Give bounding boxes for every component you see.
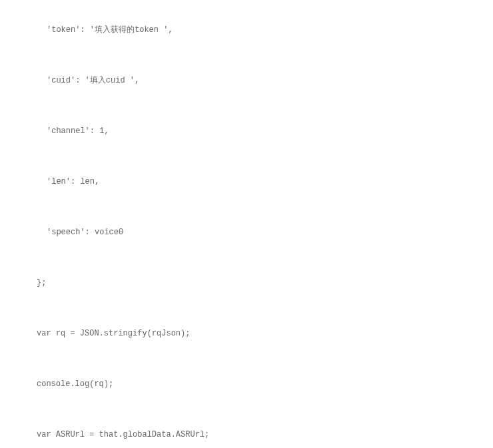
code-line: var ASRUrl = that.globalData.ASRUrl;	[27, 429, 466, 441]
code-line: 'token': '填入获得的token ',	[27, 24, 466, 36]
code-block: 'token': '填入获得的token ', 'cuid': '填入cuid …	[27, 0, 466, 448]
code-line: 'speech': voice0	[27, 226, 466, 238]
code-line: 'len': len,	[27, 176, 466, 188]
code-line: 'cuid': '填入cuid ',	[27, 75, 466, 87]
code-line: 'channel': 1,	[27, 125, 466, 137]
code-line: var rq = JSON.stringify(rqJson);	[27, 328, 466, 339]
code-line: console.log(rq);	[27, 378, 466, 390]
code-line: };	[27, 277, 466, 289]
